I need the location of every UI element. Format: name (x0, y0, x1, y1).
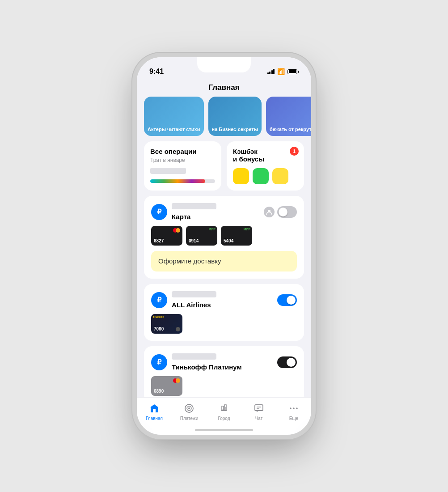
card-section-2-avatar: ₽ (151, 292, 167, 308)
tab-payments-label: Платежи (180, 416, 199, 421)
cashback-widget[interactable]: Кэшбэки бонусы 1 (227, 141, 304, 191)
mini-card-number-1: 6827 (154, 238, 164, 243)
ruble-icon-3: ₽ (157, 358, 161, 366)
payments-icon (183, 403, 195, 414)
mini-card-0914[interactable]: МИР 0914 (186, 226, 217, 246)
main-scroll[interactable]: Актеры читают стихи на Бизнес-секреты бе… (137, 97, 311, 397)
card-section-2-title: ALL Airlines (172, 301, 277, 309)
card-section-1-avatar: ₽ (151, 204, 167, 220)
card-section-1-title: Карта (172, 213, 264, 221)
card-section-1[interactable]: ₽ Карта (144, 196, 304, 279)
page-header: Главная (137, 80, 311, 97)
delivery-banner[interactable]: Оформите доставку (151, 251, 297, 271)
card-section-1-name-blur (172, 203, 216, 209)
notch (197, 57, 251, 72)
mini-card-number-5: 6890 (154, 389, 164, 394)
tab-chat-label: Чат (255, 416, 263, 421)
card-section-2-left: ₽ ALL Airlines (151, 291, 277, 309)
battery-icon (287, 69, 299, 74)
city-icon (218, 403, 230, 414)
signal-icon (267, 69, 275, 74)
card-section-1-right (264, 206, 297, 218)
status-icons: 📶 (267, 68, 299, 75)
card-section-3-right (277, 356, 297, 368)
tab-city-label: Город (218, 416, 230, 421)
toggle-1[interactable] (277, 206, 297, 218)
operations-amount (150, 168, 186, 174)
cashback-icon-1 (233, 168, 249, 184)
card-section-3[interactable]: ₽ Тинькофф Платинум (144, 346, 304, 397)
card-section-2-right (277, 294, 297, 306)
phone-frame: 9:41 📶 Главная (137, 57, 311, 435)
cashback-icon-2 (253, 168, 269, 184)
mir-label-1: МИР (208, 228, 216, 231)
ruble-icon-1: ₽ (157, 208, 161, 216)
cashback-badge: 1 (290, 147, 299, 156)
cashback-icon-3 (272, 168, 288, 184)
home-indicator (195, 429, 253, 431)
mini-cards-row-2: TINKOFF 7060 (151, 314, 297, 334)
tab-more[interactable]: Еще (280, 403, 307, 421)
mini-card-number-2: 0914 (189, 238, 199, 243)
operations-title: Все операции (150, 148, 215, 155)
mini-card-number-3: 5404 (224, 238, 233, 243)
tab-more-label: Еще (289, 416, 298, 421)
tab-home-label: Главная (146, 416, 163, 421)
card-section-3-left: ₽ Тинькофф Платинум (151, 353, 277, 371)
more-icon (288, 403, 300, 414)
svg-point-4 (188, 407, 190, 409)
story-item-3[interactable]: бежать от рекрутера (266, 97, 311, 136)
cashback-title: Кэшбэки бонусы (233, 148, 298, 163)
mini-card-number-4: 7060 (154, 327, 164, 331)
card-section-2-header: ₽ ALL Airlines (151, 291, 297, 309)
mini-cards-row-1: 6827 МИР 0914 МИР 5404 (151, 226, 297, 246)
svg-rect-1 (153, 409, 156, 412)
status-bar: 9:41 📶 (137, 57, 311, 80)
tinkoff-label: TINKOFF (153, 316, 164, 318)
chat-icon (253, 403, 265, 414)
svg-point-9 (293, 407, 295, 409)
operations-widget[interactable]: Все операции Трат в январе (144, 141, 221, 191)
card-section-3-name-blur (172, 353, 216, 360)
home-icon (148, 403, 160, 414)
tab-city[interactable]: Город (211, 403, 237, 421)
status-time: 9:41 (149, 68, 164, 76)
tab-home[interactable]: Главная (141, 403, 168, 421)
stories-row[interactable]: Актеры читают стихи на Бизнес-секреты бе… (137, 97, 311, 141)
card-section-1-header: ₽ Карта (151, 203, 297, 221)
svg-rect-5 (255, 405, 263, 411)
cashback-icons (233, 168, 298, 184)
svg-point-10 (296, 407, 298, 409)
card-section-1-name-area: Карта (172, 203, 264, 221)
operations-progress (150, 179, 215, 183)
mini-card-5404[interactable]: МИР 5404 (221, 226, 252, 246)
mini-card-7060[interactable]: TINKOFF 7060 (151, 314, 182, 334)
mini-card-6890[interactable]: 6890 (151, 376, 182, 396)
story-item-2[interactable]: на Бизнес-секреты (208, 97, 262, 136)
card-section-2[interactable]: ₽ ALL Airlines TI (144, 284, 304, 341)
card-section-1-left: ₽ Карта (151, 203, 264, 221)
card-section-2-name-blur (172, 291, 216, 297)
delivery-banner-text: Оформите доставку (158, 257, 221, 265)
toggle-3[interactable] (277, 356, 297, 368)
mini-card-6827[interactable]: 6827 (151, 226, 182, 246)
tab-payments[interactable]: Платежи (176, 403, 203, 421)
phone-screen: 9:41 📶 Главная (137, 57, 311, 435)
wifi-icon: 📶 (277, 68, 285, 75)
page-title: Главная (208, 83, 239, 92)
card-section-3-header: ₽ Тинькофф Платинум (151, 353, 297, 371)
mastercard-logo-1 (173, 228, 180, 233)
story-text-2: на Бизнес-секреты (212, 127, 258, 132)
card-section-3-name-area: Тинькофф Платинум (172, 353, 277, 371)
ruble-icon-2: ₽ (157, 296, 161, 304)
story-item-1[interactable]: Актеры читают стихи (144, 97, 204, 136)
story-text-1: Актеры читают стихи (148, 127, 200, 132)
mir-label-2: МИР (243, 228, 250, 231)
story-text-3: бежать от рекрутера (270, 127, 311, 132)
mini-cards-row-3: 6890 (151, 376, 297, 396)
person-icon-1 (264, 207, 275, 217)
mastercard-logo-2 (173, 378, 180, 383)
card-section-3-avatar: ₽ (151, 354, 167, 370)
tab-chat[interactable]: Чат (245, 403, 272, 421)
toggle-2[interactable] (277, 294, 297, 306)
